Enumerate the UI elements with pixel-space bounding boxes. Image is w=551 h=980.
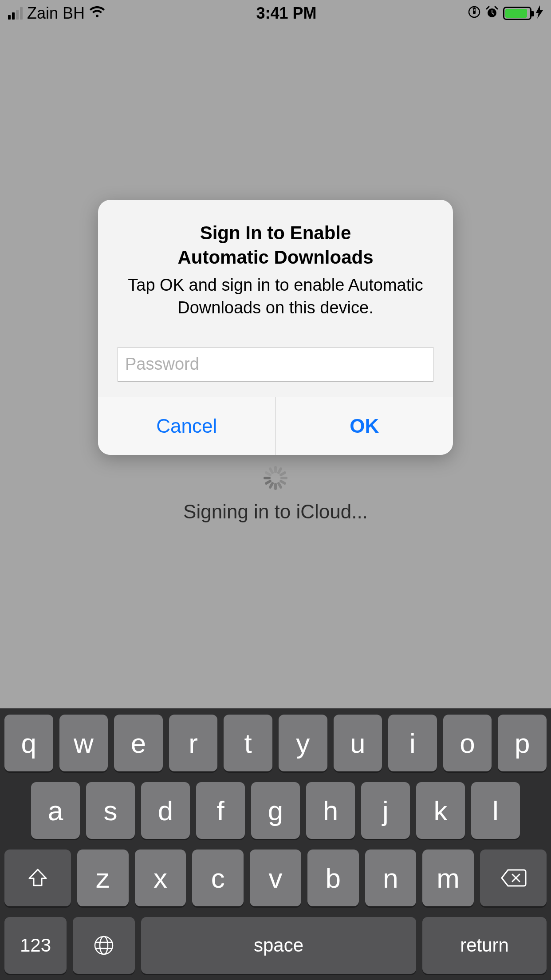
signal-strength-icon [8, 7, 23, 20]
modal-message: Tap OK and sign in to enable Automatic D… [118, 274, 433, 320]
key-a[interactable]: a [31, 782, 80, 839]
modal-title-line2: Automatic Downloads [177, 247, 373, 268]
key-o[interactable]: o [443, 715, 492, 771]
wifi-icon [89, 5, 105, 22]
status-bar-left: Zain BH [8, 4, 105, 23]
key-shift[interactable] [4, 850, 71, 906]
loading-spinner-icon [264, 466, 287, 490]
svg-point-4 [100, 937, 108, 954]
key-globe[interactable] [73, 917, 135, 974]
charging-bolt-icon [536, 5, 543, 22]
modal-actions: Cancel OK [98, 397, 453, 455]
key-k[interactable]: k [416, 782, 465, 839]
ok-button[interactable]: OK [276, 397, 453, 455]
password-input[interactable] [118, 347, 433, 382]
clock-time: 3:41 PM [256, 4, 316, 23]
battery-icon [503, 7, 531, 20]
orientation-lock-icon [468, 5, 481, 22]
key-return[interactable]: return [422, 917, 547, 974]
shift-icon [27, 867, 49, 889]
key-t[interactable]: t [224, 715, 272, 771]
alarm-clock-icon [485, 5, 499, 22]
svg-point-3 [95, 937, 113, 954]
key-space[interactable]: space [141, 917, 416, 974]
key-u[interactable]: u [334, 715, 382, 771]
sign-in-modal: Sign In to Enable Automatic Downloads Ta… [98, 200, 453, 455]
key-j[interactable]: j [361, 782, 410, 839]
key-p[interactable]: p [498, 715, 547, 771]
status-bar-right [468, 5, 543, 22]
status-bar: Zain BH 3:41 PM [0, 0, 551, 27]
key-f[interactable]: f [196, 782, 245, 839]
key-s[interactable]: s [86, 782, 135, 839]
key-q[interactable]: q [4, 715, 53, 771]
key-v[interactable]: v [250, 850, 301, 906]
key-w[interactable]: w [59, 715, 108, 771]
on-screen-keyboard: q w e r t y u i o p a s d f g h j k l z … [0, 708, 551, 980]
key-l[interactable]: l [471, 782, 520, 839]
key-numbers[interactable]: 123 [4, 917, 67, 974]
key-e[interactable]: e [114, 715, 163, 771]
key-i[interactable]: i [388, 715, 437, 771]
key-y[interactable]: y [279, 715, 327, 771]
key-n[interactable]: n [365, 850, 417, 906]
background-status-text: Signing in to iCloud... [0, 501, 551, 523]
key-d[interactable]: d [141, 782, 190, 839]
key-g[interactable]: g [251, 782, 300, 839]
background-status: Signing in to iCloud... [0, 466, 551, 523]
key-r[interactable]: r [169, 715, 218, 771]
key-m[interactable]: m [422, 850, 474, 906]
key-b[interactable]: b [307, 850, 359, 906]
globe-icon [93, 934, 115, 956]
carrier-label: Zain BH [27, 4, 85, 23]
modal-title: Sign In to Enable Automatic Downloads [118, 221, 433, 269]
key-backspace[interactable] [480, 850, 547, 906]
cancel-button[interactable]: Cancel [98, 397, 276, 455]
svg-rect-1 [473, 11, 476, 14]
key-x[interactable]: x [135, 850, 186, 906]
key-c[interactable]: c [192, 850, 244, 906]
key-z[interactable]: z [77, 850, 129, 906]
key-h[interactable]: h [306, 782, 355, 839]
modal-title-line1: Sign In to Enable [200, 222, 351, 243]
backspace-icon [500, 868, 527, 888]
